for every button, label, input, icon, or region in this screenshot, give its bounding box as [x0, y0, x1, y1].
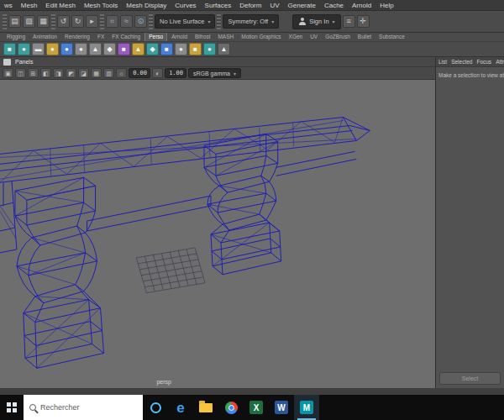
panel-menu-panels[interactable]: Panels [15, 59, 33, 65]
snap-to-point-icon[interactable]: ⊙ [134, 15, 147, 28]
shelf-tab-gozbrush[interactable]: GoZBrush [322, 33, 354, 41]
taskbar-search[interactable] [24, 395, 143, 420]
poly-pyramid-icon[interactable]: ◆ [103, 43, 116, 55]
menu-item-windows-partial[interactable]: ws [0, 0, 17, 11]
shelf-tab-bullet[interactable]: Bullet [354, 33, 375, 41]
textured-shading-icon[interactable]: ▥ [103, 68, 114, 78]
safe-action-icon[interactable]: ◩ [66, 68, 76, 78]
field-chart-icon[interactable]: ◨ [53, 68, 64, 78]
sign-in-button[interactable]: Sign In ▾ [292, 14, 340, 29]
toolbar-drag-handle[interactable] [149, 14, 153, 29]
poly-cube-icon[interactable]: ■ [3, 43, 16, 55]
shelf-tab-uv[interactable]: UV [307, 33, 321, 41]
exposure-field[interactable]: 0.00 [129, 68, 150, 78]
history-icon[interactable]: ≡ [343, 15, 355, 28]
open-scene-icon[interactable]: ▨ [23, 15, 35, 28]
poly-plane-icon[interactable]: ● [60, 43, 73, 55]
shelf-tab-fx-caching[interactable]: FX Caching [108, 33, 144, 41]
file-explorer-icon[interactable] [193, 395, 218, 420]
shelf-tab-xgen[interactable]: XGen [286, 33, 307, 41]
menu-item-curves[interactable]: Curves [171, 0, 200, 11]
toolbar-drag-handle[interactable] [100, 14, 104, 29]
shelf-tab-mash[interactable]: MASH [214, 33, 237, 41]
toolbar-drag-handle[interactable] [217, 14, 221, 29]
start-button[interactable] [0, 395, 24, 420]
resolution-gate-icon[interactable]: ⊞ [28, 68, 39, 78]
chrome-icon[interactable] [218, 395, 244, 420]
gate-mask-icon[interactable]: ◧ [40, 68, 51, 78]
gamma-field[interactable]: 1.00 [165, 68, 186, 78]
menu-item-generate[interactable]: Generate [284, 0, 320, 11]
shelf-tab-motion-graphics[interactable]: Motion Graphics [238, 33, 284, 41]
shelf-tab-rendering[interactable]: Rendering [61, 33, 93, 41]
shelf-tab-fx[interactable]: FX [94, 33, 108, 41]
save-scene-icon[interactable]: ▦ [37, 15, 50, 28]
plane-icon[interactable]: ■ [160, 43, 173, 55]
redo-icon[interactable]: ↻ [71, 15, 84, 28]
viewport-3d[interactable]: persp [0, 80, 435, 388]
poly-cone-icon[interactable]: ▲ [89, 43, 102, 55]
nurbs-sphere-icon[interactable]: ● [46, 43, 59, 55]
menu-item-mesh-display[interactable]: Mesh Display [122, 0, 171, 11]
menu-item-cache[interactable]: Cache [320, 0, 348, 11]
attribute-editor-menu-bar: List Selected Focus Attributes [436, 57, 504, 67]
ae-menu-attributes[interactable]: Attributes [496, 59, 504, 65]
safe-title-icon[interactable]: ◪ [78, 68, 89, 78]
ae-select-button[interactable]: Select [439, 372, 501, 385]
toolbar-drag-handle[interactable] [51, 14, 55, 29]
snap-to-curve-icon[interactable]: ≈ [120, 15, 133, 28]
maya-icon[interactable]: M [294, 395, 319, 420]
undo-icon[interactable]: ↺ [57, 15, 70, 28]
cortana-icon[interactable] [143, 395, 168, 420]
shelf-tab-animation[interactable]: Animation [29, 33, 60, 41]
camera-lock-icon[interactable]: ▣ [3, 68, 13, 78]
word-icon[interactable]: W [269, 395, 294, 420]
helix-icon[interactable]: ▲ [218, 43, 230, 55]
menu-item-deform[interactable]: Deform [235, 0, 265, 11]
shelf-tab-rigging[interactable]: Rigging [3, 33, 29, 41]
symmetry-dropdown[interactable]: Symmetry: Off ▾ [223, 14, 279, 29]
poly-cylinder-icon[interactable]: ▬ [32, 43, 45, 55]
poly-torus-icon[interactable]: ● [75, 43, 87, 55]
new-scene-icon[interactable]: ▤ [8, 15, 21, 28]
search-icon [29, 404, 36, 411]
menu-item-help[interactable]: Help [375, 0, 397, 11]
search-input[interactable] [40, 403, 133, 412]
ae-menu-list[interactable]: List [438, 59, 447, 65]
shelf-tab-arnold[interactable]: Arnold [168, 33, 191, 41]
disc-icon[interactable]: ● [203, 43, 216, 55]
menu-item-arnold[interactable]: Arnold [348, 0, 375, 11]
menu-item-mesh[interactable]: Mesh [17, 0, 42, 11]
shelf-tab-bifrost[interactable]: Bifrost [192, 33, 213, 41]
menu-bar: ws Mesh Edit Mesh Mesh Tools Mesh Displa… [0, 0, 504, 11]
wireframe-shading-icon[interactable]: ▦ [91, 68, 102, 78]
shelf-tab-perso[interactable]: Perso [144, 33, 167, 41]
excel-icon[interactable]: X [244, 395, 269, 420]
colorspace-dropdown[interactable]: sRGB gamma ▾ [188, 68, 241, 78]
menu-item-surfaces[interactable]: Surfaces [201, 0, 236, 11]
edge-icon[interactable]: e [168, 395, 193, 420]
poly-sphere-icon[interactable]: ● [18, 43, 30, 55]
live-surface-dropdown[interactable]: No Live Surface ▾ [155, 14, 215, 29]
film-gate-icon[interactable]: ◫ [15, 68, 26, 78]
snap-to-grid-icon[interactable]: ⌗ [106, 15, 118, 28]
nurbs-cone-icon[interactable]: ▲ [132, 43, 144, 55]
select-mode-icon[interactable]: ▸ [86, 15, 98, 28]
menu-item-uv[interactable]: UV [265, 0, 283, 11]
prism-icon[interactable]: ◆ [146, 43, 159, 55]
ae-menu-focus[interactable]: Focus [476, 59, 491, 65]
tabletop-triangulation [0, 118, 356, 183]
curve-tool-icon[interactable]: ■ [118, 43, 130, 55]
exposure-icon[interactable]: ☼ [116, 68, 127, 78]
toolbar-drag-handle[interactable] [3, 14, 7, 29]
menu-item-edit-mesh[interactable]: Edit Mesh [41, 0, 80, 11]
settings-icon[interactable]: ✛ [357, 15, 370, 28]
sphere-tool-icon[interactable]: ● [175, 43, 187, 55]
shelf-tab-substance[interactable]: Substance [375, 33, 408, 41]
cube-tool-icon[interactable]: ■ [189, 43, 202, 55]
gamma-icon[interactable]: ◐ [152, 68, 163, 78]
panel-menu-icon[interactable] [3, 59, 11, 66]
camera-name-label: persp [156, 379, 171, 385]
menu-item-mesh-tools[interactable]: Mesh Tools [80, 0, 122, 11]
ae-menu-selected[interactable]: Selected [451, 59, 472, 65]
